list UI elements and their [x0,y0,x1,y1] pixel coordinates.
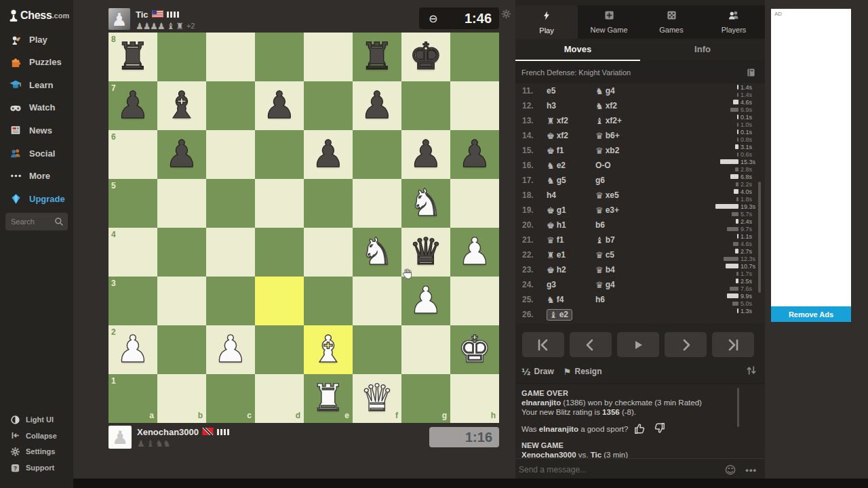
chat-message-input[interactable] [515,465,725,474]
tab-info[interactable]: Info [640,39,765,61]
sidebar-item-settings[interactable]: Settings [0,444,73,459]
square-c4[interactable] [206,228,255,277]
square-c5[interactable] [206,179,255,228]
remove-ads-button[interactable]: Remove Ads [771,306,851,322]
square-e3[interactable] [304,277,353,325]
sidebar-item-social[interactable]: Social [0,143,73,163]
chat-scrollbar[interactable] [737,388,739,427]
panel-tab-play[interactable]: Play [515,5,578,39]
draw-button[interactable]: ½ Draw [521,367,554,377]
move-17-white[interactable]: ♞g5 [547,176,595,186]
move-13-white[interactable]: ♜xf2 [547,116,595,126]
move-25-white[interactable]: ♞f4 [547,295,595,305]
square-h5[interactable] [450,179,499,228]
sidebar-item-light-ui[interactable]: Light UI [0,412,73,427]
opening-book-icon[interactable] [747,68,755,77]
black-pawn-d7[interactable]: ♟ [255,81,304,130]
square-a6[interactable] [108,130,157,179]
square-e7[interactable] [304,81,353,130]
square-b3[interactable] [157,277,206,325]
square-d3-highlighted[interactable] [255,277,304,325]
white-knight-f4[interactable]: ♞ [353,228,401,277]
square-a3[interactable] [108,277,157,325]
square-a1[interactable] [108,374,157,423]
move-21-white[interactable]: ♛f1 [547,235,595,245]
black-pawn-g6[interactable]: ♟ [401,130,450,179]
thumbs-down-icon[interactable] [652,422,666,436]
move-23-white[interactable]: ♚h2 [547,265,595,275]
black-pawn-h6[interactable]: ♟ [450,130,499,179]
move-11-white[interactable]: e5 [547,86,595,96]
move-20-white[interactable]: ♚h1 [547,220,595,230]
sidebar-item-collapse[interactable]: Collapse [0,428,73,443]
move-18-white[interactable]: h4 [547,190,595,200]
white-bishop-e2[interactable]: ♝ [304,325,353,374]
square-c7[interactable] [206,81,255,130]
square-g7[interactable] [401,81,450,130]
square-g2[interactable] [401,325,450,374]
sidebar-item-more[interactable]: More [0,166,73,186]
board-settings-gear-icon[interactable] [501,9,511,22]
white-queen-f1[interactable]: ♛ [353,374,401,423]
square-h3[interactable] [450,277,499,325]
nav-next-button[interactable] [665,332,707,357]
move-19-white[interactable]: ♚g1 [547,205,595,216]
black-bishop-b7[interactable]: ♝ [157,81,206,130]
white-pawn-h4[interactable]: ♟ [450,228,499,277]
chess-board[interactable]: 87654321abcdefgh♜♜♚♟♝♟♟♟♟♟♟♞♞♛♟♟♟♟♝♚♜♛ [108,33,499,423]
white-pawn-c2[interactable]: ♟ [206,325,255,374]
flip-board-icon[interactable] [746,365,757,379]
square-h1[interactable] [450,374,499,423]
black-pawn-b6[interactable]: ♟ [157,130,206,179]
square-f3[interactable] [353,277,401,325]
white-knight-g5[interactable]: ♞ [401,179,450,228]
square-e5[interactable] [304,179,353,228]
square-b1[interactable] [157,374,206,423]
move-24-white[interactable]: g3 [547,280,595,289]
move-16-white[interactable]: ♞e2 [547,161,595,171]
square-d1[interactable] [255,374,304,423]
sidebar-item-play[interactable]: Play [0,29,73,49]
white-king-h2[interactable]: ♚ [450,325,499,374]
square-d2[interactable] [255,325,304,374]
square-c6[interactable] [206,130,255,179]
panel-tab-games[interactable]: Games [640,5,703,39]
square-e4[interactable] [304,228,353,277]
move-12-white[interactable]: h3 [547,101,595,110]
square-a5[interactable] [108,179,157,228]
white-pawn-a2[interactable]: ♟ [108,325,157,374]
chesscom-logo[interactable]: Chess.com [7,8,69,23]
move-15-white[interactable]: ♚f1 [547,146,595,156]
search-input[interactable] [5,218,54,226]
square-c8[interactable] [206,33,255,81]
black-king-g8[interactable]: ♚ [401,33,450,81]
square-d4[interactable] [255,228,304,277]
black-queen-g4[interactable]: ♛ [401,228,450,277]
square-g1[interactable] [401,374,450,423]
move-22-white[interactable]: ♜e1 [547,250,595,260]
black-pawn-a7[interactable]: ♟ [108,81,157,130]
thumbs-up-icon[interactable] [633,422,647,436]
square-d6[interactable] [255,130,304,179]
white-pawn-g3[interactable]: ♟ [401,277,450,325]
sidebar-item-news[interactable]: News [0,120,73,140]
sidebar-item-support[interactable]: ?Support [0,460,73,475]
white-rook-e1[interactable]: ♜ [304,374,353,423]
tab-moves[interactable]: Moves [515,39,640,61]
black-pawn-e6[interactable]: ♟ [304,130,353,179]
black-rook-a8[interactable]: ♜ [108,33,157,81]
square-f6[interactable] [353,130,401,179]
square-e8[interactable] [304,33,353,81]
black-rook-f8[interactable]: ♜ [353,33,401,81]
move-14-white[interactable]: ♚xf2 [547,131,595,141]
square-f5[interactable] [353,179,401,228]
square-b5[interactable] [157,179,206,228]
square-h7[interactable] [450,81,499,130]
bottom-player-avatar[interactable]: ♟ [108,426,132,449]
sidebar-item-puzzles[interactable]: Puzzles [0,52,73,73]
panel-tab-players[interactable]: Players [703,5,765,39]
bottom-player-name[interactable]: Xenochan3000 [137,427,199,437]
chat-more-options-icon[interactable]: ••• [745,465,757,475]
sidebar-item-watch[interactable]: Watch [0,98,73,118]
square-d8[interactable] [255,33,304,81]
